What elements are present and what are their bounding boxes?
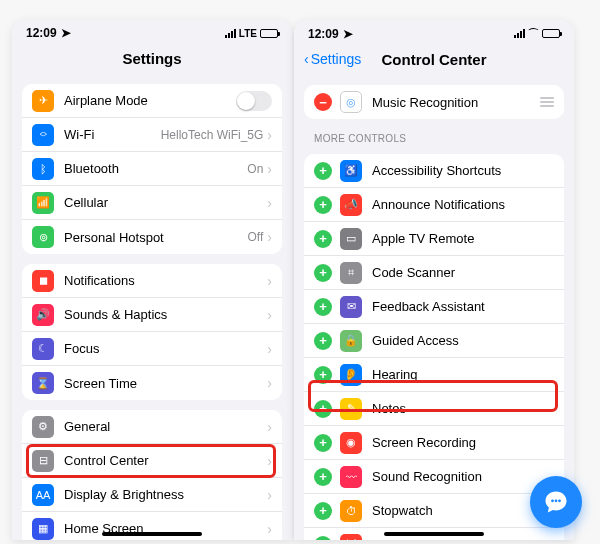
battery-icon (260, 29, 278, 38)
control-row[interactable]: +📣Announce Notifications (304, 188, 564, 222)
add-button[interactable]: + (314, 230, 332, 248)
chevron-left-icon: ‹ (304, 51, 309, 67)
row-value: On (247, 162, 263, 176)
row-label: General (64, 419, 267, 434)
chevron-right-icon: › (267, 161, 272, 177)
row-label: Feedback Assistant (372, 299, 554, 314)
control-row[interactable]: +✉Feedback Assistant (304, 290, 564, 324)
bluetooth-icon: ᛒ (32, 158, 54, 180)
add-button[interactable]: + (314, 536, 332, 541)
add-button[interactable]: + (314, 298, 332, 316)
screenrec-icon: ◉ (340, 432, 362, 454)
notifications-icon: ◼ (32, 270, 54, 292)
settings-row[interactable]: ⊚Personal HotspotOff› (22, 220, 282, 254)
status-time: 12:09 (308, 27, 339, 41)
row-value: Off (248, 230, 264, 244)
chevron-right-icon: › (267, 229, 272, 245)
codescanner-icon: ⌗ (340, 262, 362, 284)
control-row[interactable]: +⌗Code Scanner (304, 256, 564, 290)
row-label: Voice Memos (372, 537, 554, 540)
settings-row[interactable]: ⚙General› (22, 410, 282, 444)
row-label: Control Center (64, 453, 267, 468)
row-label: Guided Access (372, 333, 554, 348)
add-button[interactable]: + (314, 434, 332, 452)
settings-row[interactable]: ◼Notifications› (22, 264, 282, 298)
settings-row[interactable]: ☾Focus› (22, 332, 282, 366)
row-label: Focus (64, 341, 267, 356)
back-button[interactable]: ‹ Settings (304, 51, 361, 67)
nav-bar-settings: Settings (12, 42, 292, 74)
carrier-label: LTE (239, 28, 257, 39)
row-label: Announce Notifications (372, 197, 554, 212)
control-row[interactable]: +♿Accessibility Shortcuts (304, 154, 564, 188)
control-row[interactable]: +✎Notes (304, 392, 564, 426)
announce-icon: 📣 (340, 194, 362, 216)
row-value: HelloTech WiFi_5G (161, 128, 264, 142)
remove-button[interactable]: − (314, 93, 332, 111)
add-button[interactable]: + (314, 264, 332, 282)
control-row[interactable]: +▭Apple TV Remote (304, 222, 564, 256)
row-label: Screen Recording (372, 435, 554, 450)
status-time: 12:09 (26, 26, 57, 40)
location-icon: ➤ (61, 26, 71, 40)
status-bar: 12:09 ➤ LTE (12, 20, 292, 42)
phone-settings: 12:09 ➤ LTE Settings ✈Airplane Mode⌔Wi-F… (12, 20, 292, 540)
settings-row[interactable]: ⌔Wi-FiHelloTech WiFi_5G› (22, 118, 282, 152)
control-row[interactable]: +👂Hearing (304, 358, 564, 392)
chevron-right-icon: › (267, 195, 272, 211)
battery-icon (542, 29, 560, 38)
sounds-icon: 🔊 (32, 304, 54, 326)
row-label: Notifications (64, 273, 267, 288)
chevron-right-icon: › (267, 419, 272, 435)
settings-row[interactable]: ✈Airplane Mode (22, 84, 282, 118)
control-row[interactable]: −◎Music Recognition (304, 85, 564, 119)
page-title: Control Center (382, 51, 487, 68)
settings-row[interactable]: 📶Cellular› (22, 186, 282, 220)
drag-handle-icon[interactable] (540, 97, 554, 107)
chevron-right-icon: › (267, 375, 272, 391)
settings-row[interactable]: ⊟Control Center› (22, 444, 282, 478)
wifi-icon: ⌒ (528, 26, 539, 41)
control-row[interactable]: +🔒Guided Access (304, 324, 564, 358)
row-label: Stopwatch (372, 503, 554, 518)
add-button[interactable]: + (314, 502, 332, 520)
add-button[interactable]: + (314, 468, 332, 486)
settings-group-connectivity: ✈Airplane Mode⌔Wi-FiHelloTech WiFi_5G›ᛒB… (22, 84, 282, 254)
row-label: Airplane Mode (64, 93, 236, 108)
row-label: Bluetooth (64, 161, 247, 176)
chevron-right-icon: › (267, 487, 272, 503)
row-label: Screen Time (64, 376, 267, 391)
appletv-icon: ▭ (340, 228, 362, 250)
feedback-icon: ✉ (340, 296, 362, 318)
accessibility-shortcut-icon: ♿ (340, 160, 362, 182)
signal-icon (514, 29, 525, 38)
homescreen-icon: ▦ (32, 518, 54, 540)
add-button[interactable]: + (314, 400, 332, 418)
soundrec-icon: 〰 (340, 466, 362, 488)
home-indicator[interactable] (102, 532, 202, 536)
more-controls: +♿Accessibility Shortcuts+📣Announce Noti… (304, 154, 564, 540)
row-label: Apple TV Remote (372, 231, 554, 246)
add-button[interactable]: + (314, 332, 332, 350)
chevron-right-icon: › (267, 453, 272, 469)
control-row[interactable]: +◉Screen Recording (304, 426, 564, 460)
cellular-icon: 📶 (32, 192, 54, 214)
chevron-right-icon: › (267, 127, 272, 143)
row-label: Music Recognition (372, 95, 540, 110)
settings-row[interactable]: 🔊Sounds & Haptics› (22, 298, 282, 332)
settings-row[interactable]: ⌛Screen Time› (22, 366, 282, 400)
toggle[interactable] (236, 91, 272, 111)
voicememo-icon: 〣 (340, 534, 362, 541)
control-row[interactable]: +〰Sound Recognition (304, 460, 564, 494)
row-label: Sound Recognition (372, 469, 554, 484)
settings-row[interactable]: AADisplay & Brightness› (22, 478, 282, 512)
control-row[interactable]: +⏱Stopwatch (304, 494, 564, 528)
settings-row[interactable]: ᛒBluetoothOn› (22, 152, 282, 186)
add-button[interactable]: + (314, 162, 332, 180)
home-indicator[interactable] (384, 532, 484, 536)
chat-bubble-button[interactable] (530, 476, 582, 528)
add-button[interactable]: + (314, 196, 332, 214)
included-controls: −◎Music Recognition (304, 85, 564, 119)
page-title: Settings (122, 50, 181, 67)
add-button[interactable]: + (314, 366, 332, 384)
